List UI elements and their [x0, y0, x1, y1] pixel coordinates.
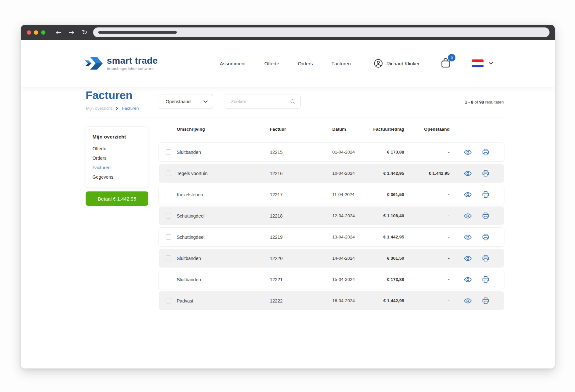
row-checkbox[interactable]: [166, 277, 171, 282]
invoice-date: 15-04-2024: [332, 277, 371, 282]
table-row[interactable]: Schuttingdeel 12218 12-04-2024 € 1.106,4…: [159, 206, 504, 225]
sidebar-item-facturen[interactable]: Facturen: [92, 165, 141, 170]
sidebar-item-orders[interactable]: Orders: [92, 155, 141, 161]
invoice-description: Kiezelstenen: [177, 192, 270, 197]
print-invoice-button[interactable]: [482, 254, 489, 262]
eye-icon: [464, 191, 472, 198]
cart-button[interactable]: 0: [440, 57, 452, 70]
address-bar[interactable]: [93, 27, 550, 37]
breadcrumb: Mijn overzicht Facturen: [86, 106, 139, 111]
row-checkbox[interactable]: [166, 213, 171, 219]
results-total: 98: [479, 100, 484, 105]
row-checkbox[interactable]: [166, 192, 171, 197]
invoice-amount: € 1.442,95: [371, 235, 404, 239]
invoice-amount: € 173,88: [371, 277, 404, 282]
status-filter-dropdown[interactable]: Openstaand: [159, 94, 213, 109]
print-invoice-button[interactable]: [482, 212, 489, 220]
search-icon[interactable]: [290, 98, 296, 105]
row-checkbox[interactable]: [166, 149, 171, 155]
invoice-outstanding: -: [404, 192, 450, 197]
maximize-window-icon[interactable]: [41, 30, 45, 35]
row-checkbox[interactable]: [166, 255, 171, 261]
table-row[interactable]: Kiezelstenen 12217 11-04-2024 € 361,50 -: [159, 185, 504, 204]
browser-window: ← → ↻ smart trade branchegerichte softwa…: [21, 25, 555, 368]
invoice-date: 12-04-2024: [332, 213, 371, 218]
printer-icon: [482, 170, 489, 177]
nav-item-facturen[interactable]: Facturen: [331, 61, 351, 66]
print-invoice-button[interactable]: [482, 170, 489, 177]
pay-button[interactable]: Betaal € 1.442,95: [86, 191, 148, 206]
sidebar-item-offerte[interactable]: Offerte: [92, 146, 141, 151]
view-invoice-button[interactable]: [464, 233, 472, 241]
back-icon[interactable]: ←: [52, 25, 65, 40]
view-invoice-button[interactable]: [464, 276, 472, 284]
invoice-date: 13-04-2024: [332, 235, 371, 239]
row-checkbox[interactable]: [166, 234, 171, 240]
table-row[interactable]: Schuttingdeel 12219 13-04-2024 € 1.442,9…: [159, 228, 504, 246]
printer-icon: [482, 254, 489, 262]
user-account-button[interactable]: Richard Klinker: [374, 59, 420, 68]
invoice-description: Schuttingdeel: [177, 213, 270, 219]
overview-sidebar: Mijn overzicht Offerte Orders Facturen G…: [86, 126, 148, 188]
close-window-icon[interactable]: [27, 30, 31, 35]
results-count: 1 - 8 of 98 resultaten: [465, 100, 504, 105]
table-row[interactable]: Sluitbanden 12221 15-04-2024 € 173,88 -: [159, 270, 504, 289]
invoice-amount: € 173,88: [371, 150, 404, 155]
user-name: Richard Klinker: [386, 61, 420, 66]
language-selector[interactable]: [472, 59, 493, 67]
table-row[interactable]: Tegels voortuin 12216 10-04-2024 € 1.442…: [159, 164, 504, 183]
view-invoice-button[interactable]: [464, 170, 472, 177]
minimize-window-icon[interactable]: [34, 30, 38, 35]
invoices-table: Omschrijving Factuur Datum Factuurbedrag…: [159, 125, 504, 313]
chevron-down-icon: [489, 62, 493, 65]
invoice-description: Sluitbanden: [177, 256, 270, 261]
account-icon: [374, 59, 383, 68]
invoice-amount: € 361,50: [371, 256, 404, 261]
row-checkbox[interactable]: [166, 171, 171, 176]
invoice-description: Padvast: [177, 298, 270, 303]
search-input[interactable]: [231, 99, 290, 104]
reload-icon[interactable]: ↻: [78, 25, 91, 40]
view-invoice-button[interactable]: [464, 148, 472, 156]
nav-item-assortiment[interactable]: Assortiment: [220, 61, 246, 66]
invoice-outstanding: -: [404, 298, 450, 303]
logo[interactable]: smart trade branchegerichte software: [85, 55, 158, 72]
nav-item-orders[interactable]: Orders: [298, 61, 313, 66]
sidebar-item-gegevens[interactable]: Gegevens: [92, 174, 141, 180]
view-invoice-button[interactable]: [464, 191, 472, 199]
logo-subtitle: branchegerichte software: [107, 67, 158, 71]
print-invoice-button[interactable]: [482, 297, 489, 305]
column-omschrijving: Omschrijving: [177, 127, 270, 132]
eye-icon: [464, 297, 472, 304]
view-invoice-button[interactable]: [464, 297, 472, 305]
logo-text: smart trade branchegerichte software: [107, 56, 158, 71]
printer-icon: [482, 212, 489, 220]
eye-icon: [464, 255, 472, 262]
invoice-description: Tegels voortuin: [177, 171, 270, 176]
invoice-description: Schuttingdeel: [177, 235, 270, 240]
invoice-number: 12220: [270, 256, 332, 261]
invoice-amount: € 361,50: [371, 192, 404, 197]
table-row[interactable]: Sluitbanden 12215 01-04-2024 € 173,88 -: [159, 143, 504, 161]
eye-icon: [464, 212, 472, 220]
table-row[interactable]: Padvast 12222 16-04-2024 € 1.442,95 -: [159, 291, 504, 310]
printer-icon: [482, 276, 489, 283]
print-invoice-button[interactable]: [482, 191, 489, 199]
row-checkbox[interactable]: [166, 298, 171, 303]
view-invoice-button[interactable]: [464, 212, 472, 220]
invoice-number: 12222: [270, 298, 332, 303]
invoice-amount: € 1.106,40: [371, 213, 404, 218]
forward-icon[interactable]: →: [65, 25, 78, 40]
cart-badge: 0: [448, 54, 455, 61]
print-invoice-button[interactable]: [482, 148, 489, 156]
traffic-lights: [27, 30, 45, 35]
view-invoice-button[interactable]: [464, 254, 472, 262]
breadcrumb-parent[interactable]: Mijn overzicht: [86, 106, 112, 111]
print-invoice-button[interactable]: [482, 276, 489, 284]
nav-item-offerte[interactable]: Offerte: [264, 61, 279, 66]
invoice-number: 12215: [270, 150, 332, 155]
invoice-outstanding: -: [404, 235, 450, 239]
table-row[interactable]: Sluitbanden 12220 14-04-2024 € 361,50 -: [159, 249, 504, 268]
invoice-date: 01-04-2024: [332, 150, 371, 155]
print-invoice-button[interactable]: [482, 233, 489, 241]
